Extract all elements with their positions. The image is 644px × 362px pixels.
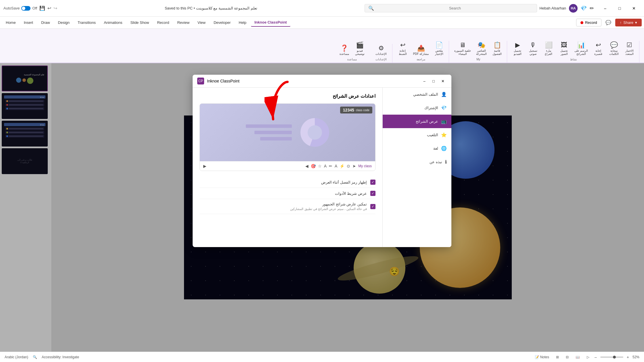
menu-draw[interactable]: Draw (38, 19, 53, 26)
ribbon-btn-whiteboard[interactable]: 🖥خلفية السبورةالبيضاء (453, 41, 473, 57)
menu-classpoint[interactable]: Inknoe ClassPoint (251, 18, 290, 27)
ribbon-btn-word-cloud[interactable]: 💬سحابةالكلمات (607, 41, 621, 57)
preview-bar-1 (246, 124, 292, 128)
ribbon-btn-settings[interactable]: ⚙الإعدادات (373, 44, 389, 57)
nav-language[interactable]: 🌐 لغة (383, 142, 451, 155)
help-icon: ❓ (340, 45, 348, 51)
preview-bar-2 (254, 131, 292, 134)
dialog-maximize-button[interactable]: □ (430, 78, 438, 84)
show-class-code-checkbox[interactable] (370, 180, 375, 185)
reading-view-icon: 📖 (576, 355, 580, 359)
class-list-icon: 📋 (493, 42, 501, 48)
ribbon-group-review: 📄ملخصالإختيار 📤مشاركة PDF ↩إعادةالضبط مر… (393, 41, 449, 63)
ribbon-btn-fill-blank[interactable]: ⬜ملءالفراغ (542, 41, 555, 57)
ribbon-btn-short-answer[interactable]: ↩إجابةقصيرة (591, 41, 605, 57)
ribbon-btn-tutorial-video[interactable]: 🎬فيديوتوضيحي (353, 41, 367, 57)
ribbon-btn-reset[interactable]: ↩إعادةالضبط (396, 41, 410, 57)
preview-star-icon[interactable]: ☆ (318, 164, 322, 168)
ribbon-btn-help[interactable]: ❓مساعدة (338, 44, 351, 57)
menu-help[interactable]: Help (235, 19, 250, 26)
ribbon-btn-upload-video[interactable]: ▶تحميلالفيديو (511, 41, 524, 57)
preview-highlight-icon[interactable]: ⚡ (340, 164, 344, 168)
dialog-title: Inknoe ClassPoint (207, 79, 239, 83)
notes-button[interactable]: 📝 Notes (533, 355, 551, 360)
preview-prev-icon[interactable]: ◀ (305, 164, 308, 168)
redo-icon[interactable]: ↪ (53, 5, 57, 11)
nav-subscription-label: الإشتراك (424, 106, 438, 110)
dialog-minimize-button[interactable]: – (420, 78, 428, 84)
language-indicator[interactable]: Arabic (Jordan) (5, 355, 28, 359)
zoom-level[interactable]: 52% (632, 355, 639, 359)
minimize-button[interactable]: – (599, 4, 612, 13)
ribbon-items-my: 📋قائمةالفصول 🎭العناصرالمتحركة 🖥خلفية الس… (453, 41, 504, 57)
nav-gamification[interactable]: ⭐ التلعيب (383, 128, 451, 142)
preview-eraser-icon[interactable]: ✏ (329, 164, 332, 168)
close-button[interactable]: ✕ (627, 4, 641, 13)
menu-review[interactable]: Review (174, 19, 193, 26)
search-input[interactable] (376, 6, 533, 10)
menu-developer[interactable]: Developer (210, 19, 234, 26)
ribbon-btn-draw-slides[interactable]: 📊الرسم علىالشرائح (573, 41, 590, 57)
autosave-toggle[interactable] (21, 6, 30, 11)
ribbon-btn-animated-elements[interactable]: 🎭العناصرالمتحركة (474, 41, 488, 57)
preview-text-icon[interactable]: A (335, 164, 337, 168)
whiteboard-icon: 🖥 (459, 42, 466, 48)
pen-icon[interactable]: ✏ (590, 5, 594, 11)
ribbon-btn-share-pdf[interactable]: 📤مشاركة PDF (411, 44, 431, 57)
audience-slides-checkbox[interactable] (370, 204, 375, 209)
menu-slideshow[interactable]: Slide Show (127, 19, 152, 26)
menu-home[interactable]: Home (2, 19, 19, 26)
dialog-body: اعدادات عرض الشرائح class code 12345 (193, 88, 451, 247)
reading-view-button[interactable]: 📖 (574, 355, 582, 360)
autosave-label: AutoSave (3, 6, 20, 10)
ribbon-btn-audio-record[interactable]: 🎙تسجيلصوتي (526, 41, 540, 57)
menu-record[interactable]: Record (154, 19, 172, 26)
ribbon-btn-multiple-choice[interactable]: ☑الاختيارالمتعدد (622, 41, 636, 57)
slide-sorter-button[interactable]: ⊟ (564, 355, 570, 360)
show-toolbar-checkbox[interactable] (370, 191, 375, 196)
diamond-icon[interactable]: 💎 (580, 5, 587, 11)
zoom-out-icon[interactable]: – (595, 355, 597, 359)
zoom-slider[interactable] (600, 357, 623, 358)
preview-cursor-icon[interactable]: ➤ (352, 164, 356, 168)
maximize-button[interactable]: □ (613, 4, 626, 13)
preview-bar-3 (260, 137, 292, 140)
save-icon[interactable]: 💾 (39, 5, 45, 11)
undo-icon[interactable]: ↩ (47, 5, 51, 11)
ribbon-btn-class-list[interactable]: 📋قائمةالفصول (490, 41, 504, 57)
ribbon-btn-upload-images[interactable]: 🖼تحميلالصور (557, 41, 571, 57)
audience-slides-label: تمكين عارض شرائح الجمهور (290, 202, 367, 206)
ribbon-btn-summary[interactable]: 📄ملخصالإختيار (432, 41, 446, 57)
share-button[interactable]: ↑ Share ▾ (615, 19, 642, 26)
comment-button[interactable]: 💬 (603, 18, 614, 27)
menu-bar: Home Insert Draw Design Transitions Anim… (0, 17, 644, 29)
menu-view[interactable]: View (194, 19, 209, 26)
dialog-close-button[interactable]: ✕ (439, 78, 447, 84)
menu-insert[interactable]: Insert (20, 19, 37, 26)
nav-profile[interactable]: 👤 الملف الشخصي (383, 88, 451, 101)
user-avatar[interactable]: HA (569, 4, 578, 13)
menu-design[interactable]: Design (55, 19, 73, 26)
nav-subscription[interactable]: 💎 الإشتراك (383, 101, 451, 115)
dialog-overlay: CP Inknoe ClassPoint – □ ✕ اعدادات عرض ا… (0, 63, 644, 352)
nav-slideshow-label: عرض الشرائح (416, 119, 438, 124)
normal-view-button[interactable]: ⊞ (554, 355, 561, 360)
zoom-in-icon[interactable]: + (627, 355, 629, 359)
settings-dialog: CP Inknoe ClassPoint – □ ✕ اعدادات عرض ا… (193, 75, 451, 247)
menu-transitions[interactable]: Transitions (74, 19, 99, 26)
record-button[interactable]: Record (576, 19, 601, 26)
animated-elements-icon: 🎭 (478, 42, 485, 48)
nav-about[interactable]: ℹ نبذه عن (383, 155, 451, 169)
multiple-choice-icon: ☑ (626, 42, 632, 48)
preview-target-icon[interactable]: 🎯 (311, 164, 316, 168)
menu-animations[interactable]: Animations (100, 19, 126, 26)
preview-next-icon[interactable]: ▶ (203, 164, 206, 168)
nav-slideshow[interactable]: 📺 عرض الشرائح (383, 115, 451, 128)
presenter-view-button[interactable]: ▷ (585, 355, 591, 360)
status-bar-right: 📝 Notes ⊞ ⊟ 📖 ▷ – + 52% (533, 355, 639, 360)
preview-settings-icon[interactable]: A (324, 164, 327, 168)
preview-circle-icon[interactable]: ⊙ (347, 164, 350, 168)
accessibility-label[interactable]: Accessibility: Investigate (42, 355, 79, 359)
gamification-icon: ⭐ (441, 132, 447, 138)
ribbon-group-label-activity: نشاط (570, 58, 577, 61)
